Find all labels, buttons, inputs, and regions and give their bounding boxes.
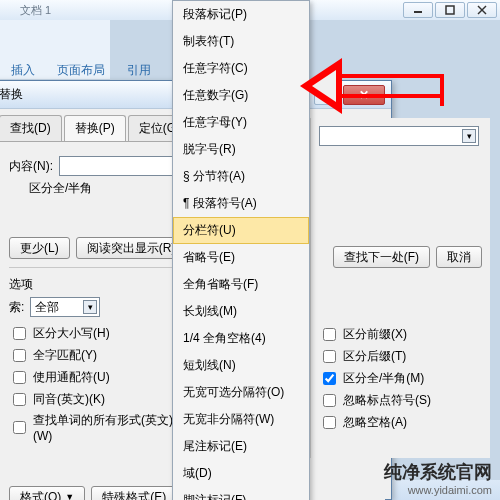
cb-sounds-like[interactable]: 同音(英文)(K) (9, 390, 182, 409)
doc-title: 文档 1 (20, 3, 51, 18)
dialog-close-button[interactable]: ✕ (343, 85, 385, 105)
cb-full-half-width-2[interactable]: 区分全/半角(M) (319, 369, 482, 388)
watermark-title: 纯净系统官网 (384, 460, 492, 484)
cb-wildcards[interactable]: 使用通配符(U) (9, 368, 182, 387)
tab-find[interactable]: 查找(D) (0, 115, 62, 141)
cb-match-suffix-2[interactable]: 区分后缀(T) (319, 347, 482, 366)
menu-item[interactable]: 制表符(T) (173, 28, 309, 55)
dialog-title: 替换 (0, 86, 23, 103)
find-label: 内容(N): (9, 158, 53, 175)
watermark-url: www.yidaimi.com (384, 484, 492, 496)
find-input-right[interactable]: ▾ (319, 126, 479, 146)
window-close-button[interactable] (467, 2, 497, 18)
chevron-down-icon[interactable]: ▾ (462, 129, 476, 143)
watermark: 纯净系统官网 www.yidaimi.com (384, 460, 492, 496)
ribbon-tabs: 插入 页面布局 引用 (0, 60, 157, 80)
menu-item[interactable]: § 分节符(A) (173, 163, 309, 190)
menu-item[interactable]: 全角省略号(F) (173, 271, 309, 298)
menu-item[interactable]: 任意字符(C) (173, 55, 309, 82)
menu-item[interactable]: 无宽非分隔符(W) (173, 406, 309, 433)
menu-item[interactable]: 任意字母(Y) (173, 109, 309, 136)
format-button[interactable]: 格式(O)▼ (9, 486, 85, 500)
menu-item[interactable]: 分栏符(U) (173, 217, 309, 244)
cb-ignore-punct-2[interactable]: 忽略标点符号(S) (319, 391, 482, 410)
options-summary: 区分全/半角 (29, 180, 92, 197)
ribbon-tab-layout[interactable]: 页面布局 (51, 60, 111, 80)
dialog-help-button[interactable]: ? (314, 85, 340, 105)
menu-item[interactable]: 长划线(M) (173, 298, 309, 325)
chevron-down-icon[interactable]: ▾ (83, 300, 97, 314)
special-format-menu: 段落标记(P)制表符(T)任意字符(C)任意数字(G)任意字母(Y)脱字号(R)… (172, 0, 310, 500)
search-direction-combo[interactable]: 全部 ▾ (30, 297, 100, 317)
cancel-button-2[interactable]: 取消 (436, 246, 482, 268)
search-direction-label: 索: (9, 299, 24, 316)
menu-item[interactable]: 短划线(N) (173, 352, 309, 379)
cb-whole-word[interactable]: 全字匹配(Y) (9, 346, 182, 365)
svg-rect-1 (446, 6, 454, 14)
menu-item[interactable]: 省略号(E) (173, 244, 309, 271)
menu-item[interactable]: 脚注标记(F) (173, 487, 309, 500)
cb-ignore-space-2[interactable]: 忽略空格(A) (319, 413, 482, 432)
menu-item[interactable]: 域(D) (173, 460, 309, 487)
find-next-button-2[interactable]: 查找下一处(F) (333, 246, 430, 268)
tab-replace[interactable]: 替换(P) (64, 115, 126, 141)
close-icon: ✕ (359, 88, 369, 102)
ribbon-tab-insert[interactable]: 插入 (5, 60, 41, 80)
menu-item[interactable]: 段落标记(P) (173, 1, 309, 28)
search-direction-value: 全部 (35, 299, 59, 316)
dialog-right-panel: ▾ 查找下一处(F) 取消 区分前缀(X) 区分后缀(T) 区分全/半角(M) … (310, 118, 490, 458)
less-button[interactable]: 更少(L) (9, 237, 70, 259)
menu-item[interactable]: 无宽可选分隔符(O) (173, 379, 309, 406)
cb-match-case[interactable]: 区分大小写(H) (9, 324, 182, 343)
cb-all-word-forms[interactable]: 查找单词的所有形式(英文)(W) (9, 412, 182, 443)
menu-item[interactable]: ¶ 段落符号(A) (173, 190, 309, 217)
cb-match-prefix-2[interactable]: 区分前缀(X) (319, 325, 482, 344)
menu-item[interactable]: 1/4 全角空格(4) (173, 325, 309, 352)
menu-item[interactable]: 任意数字(G) (173, 82, 309, 109)
ribbon-tab-ref[interactable]: 引用 (121, 60, 157, 80)
menu-item[interactable]: 脱字号(R) (173, 136, 309, 163)
menu-item[interactable]: 尾注标记(E) (173, 433, 309, 460)
maximize-button[interactable] (435, 2, 465, 18)
minimize-button[interactable] (403, 2, 433, 18)
